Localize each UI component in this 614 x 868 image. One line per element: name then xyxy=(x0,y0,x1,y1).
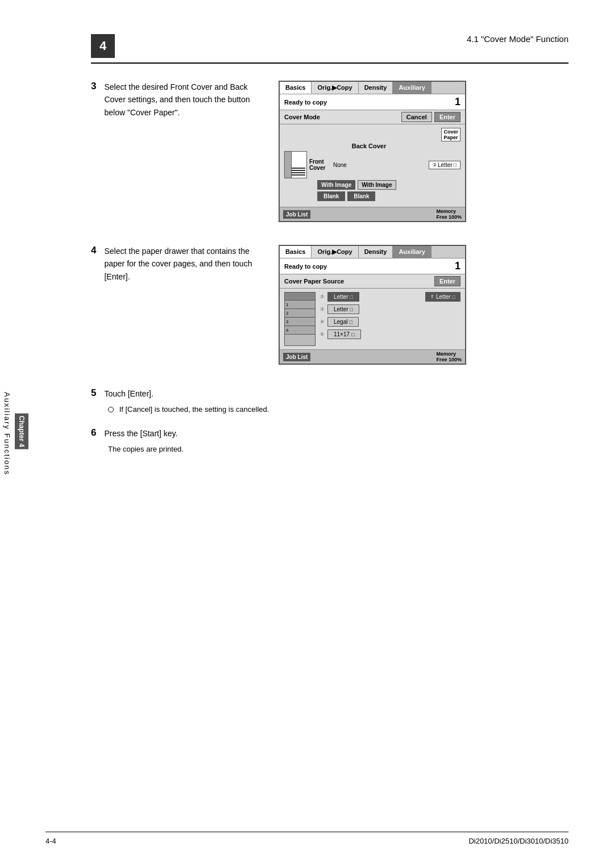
with-image-row: With Image With Image xyxy=(317,180,460,190)
with-image-btn1[interactable]: With Image xyxy=(317,180,355,190)
step6-num: 6 xyxy=(91,427,96,439)
panel1-mode-label: Cover Mode xyxy=(284,114,320,120)
paper-letter-right-btn[interactable]: ⇑ Letter □ xyxy=(425,292,460,302)
front-cover-label: FrontCover xyxy=(309,158,331,171)
panel2-mode-label: Cover Paper Source xyxy=(284,278,344,285)
tab-density-2[interactable]: Density xyxy=(359,246,393,258)
panel2-tabs: Basics Orig.▶Copy Density Auxiliary xyxy=(280,246,465,258)
panel1-cancel-btn[interactable]: Cancel xyxy=(401,112,432,122)
paper-letter1-btn[interactable]: Letter □ xyxy=(327,292,359,302)
paper-options: ② Letter □ ⇑ Letter □ xyxy=(320,292,460,346)
panel1-status-text: Ready to copy xyxy=(284,99,327,106)
panel1-job-list[interactable]: Job List xyxy=(283,210,310,219)
paper-legal-btn[interactable]: Legal □ xyxy=(327,317,359,327)
panel2-btn-group: Enter xyxy=(434,276,460,286)
tab-auxiliary-2[interactable]: Auxiliary xyxy=(393,246,431,258)
step3-text-area: 3 Select the desired Front Cover and Bac… xyxy=(91,81,262,222)
ui-panel-2: Basics Orig.▶Copy Density Auxiliary Read… xyxy=(279,245,466,365)
panel2-footer: Job List MemoryFree 100% xyxy=(280,349,465,364)
panel1-status-num: 1 xyxy=(455,96,460,108)
step4-num: 4 xyxy=(91,245,96,256)
paper-letter2-btn[interactable]: Letter □ xyxy=(327,304,359,314)
paper-11x17-btn[interactable]: 11×17 □ xyxy=(327,329,361,339)
drawer-icon: 1 2 3 4 xyxy=(284,292,316,346)
main-content: 3 Select the desired Front Cover and Bac… xyxy=(91,81,569,456)
panel1-footer: Job List MemoryFree 100% xyxy=(280,207,465,221)
page: 4 4.1 "Cover Mode" Function 3 Select the… xyxy=(0,0,614,868)
blank-btn1[interactable]: Blank xyxy=(317,191,345,201)
circle-marker-5 xyxy=(108,407,114,412)
panel2-memory: MemoryFree 100% xyxy=(436,351,462,362)
step6-sub: The copies are printed. xyxy=(108,443,569,456)
blank-row: Blank Blank xyxy=(317,191,460,201)
paper-icon: □ xyxy=(454,162,457,168)
step4-text: Select the paper drawer that contains th… xyxy=(104,245,262,283)
back-cover-header: Back Cover xyxy=(317,143,421,149)
step3-text: Select the desired Front Cover and Back … xyxy=(104,81,262,119)
panel1-memory: MemoryFree 100% xyxy=(436,208,462,220)
step4-block: 4 Select the paper drawer that contains … xyxy=(91,245,569,365)
tab-origcopy-2[interactable]: Orig.▶Copy xyxy=(312,246,358,258)
step6-text: Press the [Start] key. xyxy=(104,427,177,441)
step3-block: 3 Select the desired Front Cover and Bac… xyxy=(91,81,569,222)
footer-right: Di2010/Di2510/Di3010/Di3510 xyxy=(468,837,569,845)
panel2-mode-bar: Cover Paper Source Enter xyxy=(280,274,465,289)
with-image-btn2[interactable]: With Image xyxy=(358,180,396,190)
step5-sub: If [Cancel] is touched, the setting is c… xyxy=(108,403,569,416)
tab-auxiliary-1[interactable]: Auxiliary xyxy=(393,82,431,94)
cover-paper-label: CoverPaper xyxy=(441,128,460,141)
panel2-status-bar: Ready to copy 1 xyxy=(280,258,465,274)
step4-panel: Basics Orig.▶Copy Density Auxiliary Read… xyxy=(279,245,569,365)
step5-block: 5 Touch [Enter]. If [Cancel] is touched,… xyxy=(91,387,569,416)
cover-icon xyxy=(284,151,307,178)
page-header: 4 4.1 "Cover Mode" Function xyxy=(91,34,569,64)
blank-btn2[interactable]: Blank xyxy=(347,191,375,201)
step5-sub-text: If [Cancel] is touched, the setting is c… xyxy=(119,405,269,414)
panel1-mode-bar: Cover Mode Cancel Enter xyxy=(280,110,465,124)
step5-text: Touch [Enter]. xyxy=(104,387,153,401)
panel1-status-bar: Ready to copy 1 xyxy=(280,94,465,110)
step6-block: 6 Press the [Start] key. The copies are … xyxy=(91,427,569,456)
panel1-btn-group: Cancel Enter xyxy=(401,112,460,122)
letter-label: Letter xyxy=(438,162,453,168)
step4-text-area: 4 Select the paper drawer that contains … xyxy=(91,245,262,365)
chapter-num-box: 4 xyxy=(91,34,115,58)
tab-basics-1[interactable]: Basics xyxy=(280,82,312,94)
panel2-status-num: 1 xyxy=(455,260,460,272)
step5-num: 5 xyxy=(91,387,96,399)
panel2-body: 1 2 3 4 xyxy=(280,289,465,349)
step3-num: 3 xyxy=(91,81,96,92)
panel2-status-text: Ready to copy xyxy=(284,263,327,270)
letter-superscript: ② xyxy=(433,162,437,168)
tab-origcopy-1[interactable]: Orig.▶Copy xyxy=(312,82,358,94)
panel1-letter-box: ② Letter □ xyxy=(429,161,460,169)
panel2-job-list[interactable]: Job List xyxy=(283,353,310,361)
step3-panel: Basics Orig.▶Copy Density Auxiliary Read… xyxy=(279,81,569,222)
page-footer: 4-4 Di2010/Di2510/Di3010/Di3510 xyxy=(45,832,569,845)
panel2-enter-btn[interactable]: Enter xyxy=(434,276,460,286)
ui-panel-1: Basics Orig.▶Copy Density Auxiliary Read… xyxy=(279,81,466,222)
panel1-enter-btn[interactable]: Enter xyxy=(434,112,460,122)
header-title: 4.1 "Cover Mode" Function xyxy=(467,34,569,44)
panel1-tabs: Basics Orig.▶Copy Density Auxiliary xyxy=(280,82,465,94)
front-cover-value: None xyxy=(333,162,426,168)
footer-left: 4-4 xyxy=(45,837,56,845)
panel1-body: CoverPaper Back Cover xyxy=(280,124,465,207)
tab-basics-2[interactable]: Basics xyxy=(280,246,312,258)
tab-density-1[interactable]: Density xyxy=(359,82,393,94)
step6-sub-text: The copies are printed. xyxy=(108,445,184,453)
